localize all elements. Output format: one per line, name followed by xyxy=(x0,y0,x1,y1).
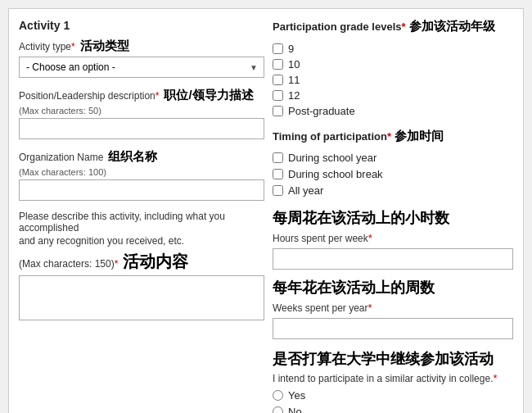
activity-type-select[interactable]: - Choose an option - xyxy=(19,57,264,78)
describe-required: * xyxy=(115,258,119,270)
grade-9-checkbox[interactable] xyxy=(273,43,283,54)
activity-type-label: Activity type xyxy=(19,41,71,52)
describe-textarea[interactable] xyxy=(19,275,264,320)
grade-10-row: 10 xyxy=(273,58,513,70)
grade-levels-label: Participation grade levels xyxy=(273,20,402,33)
org-subtext: (Max characters: 100) xyxy=(19,167,264,177)
hours-section: 每周花在该活动上的小时数 Hours spent per week * 每年花在… xyxy=(273,208,513,339)
describe-subtext: (Max characters: 150) xyxy=(19,258,115,270)
org-label: Organization Name xyxy=(19,152,103,163)
timing-school-year-row: During school year xyxy=(273,152,513,164)
org-label-cn: 组织名称 xyxy=(108,149,157,165)
grade-10-label: 10 xyxy=(288,58,300,70)
timing-school-break-row: During school break xyxy=(273,168,513,180)
position-group: Position/Leadership description * 职位/领导力… xyxy=(19,88,264,139)
weeks-input[interactable] xyxy=(273,318,513,339)
position-required: * xyxy=(156,90,160,102)
grade-levels-required: * xyxy=(402,20,406,33)
weeks-cn: 每年花在该活动上的周数 xyxy=(273,278,435,297)
college-no-radio[interactable] xyxy=(273,406,283,413)
describe-label-cn: 活动内容 xyxy=(123,251,188,273)
hours-required: * xyxy=(368,232,372,244)
grade-10-checkbox[interactable] xyxy=(273,59,283,70)
timing-all-year-row: All year xyxy=(273,184,513,197)
describe-group: Please describe this activity, including… xyxy=(19,211,264,323)
grade-12-label: 12 xyxy=(288,89,300,102)
timing-required: * xyxy=(387,130,391,143)
college-yes-radio[interactable] xyxy=(273,390,283,401)
position-label-cn: 职位/领导力描述 xyxy=(164,88,253,103)
grade-11-label: 11 xyxy=(288,74,300,86)
activity-type-required: * xyxy=(71,41,75,52)
college-cn: 是否打算在大学中继续参加该活动 xyxy=(273,351,494,367)
grade-9-row: 9 xyxy=(273,43,513,55)
college-yes-label: Yes xyxy=(288,389,305,402)
activity-type-label-cn: 活动类型 xyxy=(80,39,129,54)
college-required: * xyxy=(493,372,497,384)
weeks-label: Weeks spent per year xyxy=(273,302,368,314)
activity-type-group: Activity type * 活动类型 - Choose an option … xyxy=(19,39,264,78)
weeks-required: * xyxy=(368,302,372,314)
college-section: 是否打算在大学中继续参加该活动 I intend to participate … xyxy=(273,349,513,413)
hours-label: Hours spent per week xyxy=(273,233,368,244)
timing-school-year-checkbox[interactable] xyxy=(273,152,283,163)
activity-type-select-wrapper[interactable]: - Choose an option - ▼ xyxy=(19,57,264,78)
org-group: Organization Name 组织名称 (Max characters: … xyxy=(19,149,264,201)
timing-school-year-label: During school year xyxy=(288,152,376,164)
college-no-label: No xyxy=(288,406,302,413)
timing-school-break-checkbox[interactable] xyxy=(273,169,283,179)
grade-9-label: 9 xyxy=(288,43,294,55)
grade-levels-section: Participation grade levels * 参加该活动年级 9 1… xyxy=(273,19,513,117)
college-label: I intend to participate in a similar act… xyxy=(273,373,493,384)
grade-levels-cn: 参加该活动年级 xyxy=(409,19,495,34)
timing-section: Timing of participation * 参加时间 During sc… xyxy=(273,129,513,197)
grade-postgrad-label: Post-graduate xyxy=(288,105,355,117)
grade-postgrad-row: Post-graduate xyxy=(273,105,513,117)
grade-11-checkbox[interactable] xyxy=(273,75,283,85)
describe-label: Please describe this activity, including… xyxy=(19,211,264,234)
grade-postgrad-checkbox[interactable] xyxy=(273,106,283,116)
activity-title: Activity 1 xyxy=(19,19,264,32)
timing-cn: 参加时间 xyxy=(394,129,444,144)
position-subtext: (Max characters: 50) xyxy=(19,106,264,116)
grade-11-row: 11 xyxy=(273,74,513,86)
timing-all-year-checkbox[interactable] xyxy=(273,185,283,196)
timing-label: Timing of participation xyxy=(273,130,387,143)
hours-cn: 每周花在该活动上的小时数 xyxy=(273,208,449,228)
describe-label2: and any recognition you received, etc. xyxy=(19,235,184,247)
grade-12-checkbox[interactable] xyxy=(273,90,283,101)
grade-12-row: 12 xyxy=(273,89,513,102)
timing-school-break-label: During school break xyxy=(288,168,383,180)
college-yes-row: Yes xyxy=(273,389,513,402)
hours-input[interactable] xyxy=(273,248,513,270)
position-label: Position/Leadership description xyxy=(19,90,156,102)
org-input[interactable] xyxy=(19,179,264,201)
college-no-row: No xyxy=(273,406,513,413)
position-input[interactable] xyxy=(19,118,264,139)
timing-all-year-label: All year xyxy=(288,184,323,197)
